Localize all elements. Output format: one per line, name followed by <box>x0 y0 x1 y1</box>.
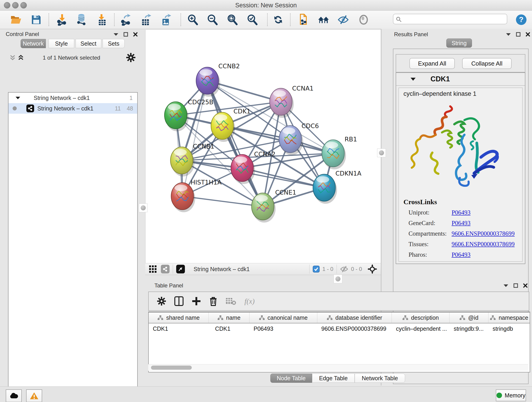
left-splitter-handle[interactable] <box>139 204 147 212</box>
zoom-out-icon[interactable] <box>207 14 218 26</box>
table-settings-gear-icon[interactable] <box>157 297 166 306</box>
panel-close-icon[interactable] <box>523 283 528 288</box>
node-label: CDKN1A <box>336 170 361 177</box>
refresh-icon[interactable] <box>272 14 284 26</box>
gene-collapse-icon[interactable] <box>410 77 416 81</box>
panel-close-icon[interactable] <box>526 32 530 37</box>
network-node[interactable]: CCNE1 <box>252 189 296 223</box>
add-column-icon[interactable] <box>192 297 201 306</box>
open-session-icon[interactable] <box>10 14 22 26</box>
main-toolbar: ? <box>0 11 532 29</box>
tab-network[interactable]: Network <box>21 39 46 48</box>
gene-description: cyclin–dependent kinase 1 <box>404 90 476 97</box>
zoom-selected-icon[interactable] <box>247 14 258 26</box>
save-session-icon[interactable] <box>31 14 42 26</box>
import-network-file-icon[interactable] <box>56 14 68 26</box>
zoom-in-icon[interactable] <box>187 14 198 26</box>
column-label: canonical name <box>268 314 308 321</box>
clone-network-icon[interactable] <box>298 14 309 26</box>
column-header[interactable]: database identifier <box>317 313 392 323</box>
network-node[interactable]: CDC6 <box>279 122 319 155</box>
network-node[interactable]: CDK1 <box>211 108 251 142</box>
import-network-database-icon[interactable] <box>76 14 87 26</box>
tab-edge-table[interactable]: Edge Table <box>312 374 355 383</box>
cloud-button[interactable] <box>6 389 22 402</box>
export-image-icon[interactable] <box>160 14 172 26</box>
export-table-icon[interactable] <box>140 14 152 26</box>
share-network-icon[interactable] <box>161 265 170 274</box>
help-icon[interactable]: ? <box>515 14 527 26</box>
hide-eye-slash-icon[interactable] <box>337 14 349 26</box>
table-row[interactable]: CDK1 CDK1 P06493 9606.ENSP00000378699 cy… <box>149 323 530 334</box>
crosslink-value-link[interactable]: 9606.ENSP00000378699 <box>452 241 515 248</box>
crosslink-row: Tissues: <box>409 241 429 248</box>
column-header[interactable]: @id <box>450 313 488 323</box>
crosslink-value-link[interactable]: 9606.ENSP00000378699 <box>452 230 515 237</box>
horizontal-splitter-handle[interactable] <box>334 274 342 283</box>
home-icon[interactable] <box>318 14 329 26</box>
crosslink-value-link[interactable]: P06493 <box>452 220 471 227</box>
scrollbar-thumb[interactable] <box>151 366 192 370</box>
network-row-selected[interactable]: String Network – cdk1 11 48 <box>8 103 137 114</box>
column-header[interactable]: canonical name <box>249 313 317 323</box>
network-node[interactable]: CDKN1A <box>313 170 361 204</box>
network-node[interactable]: CCNB2 <box>196 63 240 97</box>
application-window: Session: New Session <box>0 0 532 402</box>
crosslink-label: GeneCard: <box>409 220 435 226</box>
selected-checkbox-icon[interactable] <box>313 266 320 273</box>
network-node[interactable]: CCNA2 <box>231 151 276 184</box>
grid-view-icon[interactable] <box>149 265 157 273</box>
tab-style[interactable]: Style <box>49 39 74 48</box>
crosslink-value-link[interactable]: P06493 <box>452 209 471 216</box>
tab-string[interactable]: String <box>446 38 472 48</box>
tab-sets[interactable]: Sets <box>103 39 125 48</box>
tab-select[interactable]: Select <box>76 39 101 48</box>
tab-node-table[interactable]: Node Table <box>270 374 312 383</box>
right-splitter-handle[interactable] <box>377 148 386 157</box>
panel-close-icon[interactable] <box>133 32 138 37</box>
gear-icon[interactable] <box>126 53 136 62</box>
panel-menu-icon[interactable] <box>114 33 119 36</box>
delete-table-icon[interactable] <box>226 297 236 305</box>
gene-symbol: CDK1 <box>431 75 450 83</box>
show-columns-icon[interactable] <box>174 296 184 306</box>
protein-structure-image <box>405 102 501 194</box>
delete-column-trash-icon[interactable] <box>209 296 217 306</box>
network-node[interactable]: HIST1H1A <box>171 179 222 212</box>
column-header[interactable]: name <box>209 313 249 323</box>
collection-expand-icon[interactable] <box>15 96 20 99</box>
panel-float-icon[interactable] <box>513 283 518 288</box>
memory-button[interactable]: Memory <box>496 389 526 401</box>
search-input[interactable] <box>393 14 507 24</box>
table-horizontal-scrollbar[interactable] <box>148 364 528 371</box>
panel-menu-icon[interactable] <box>506 33 511 36</box>
function-builder-icon[interactable]: f(x) <box>244 297 254 306</box>
export-network-icon[interactable] <box>120 14 132 26</box>
network-canvas[interactable]: CCNB2CCNA1CDC25BCDK1CDC6RB1CCNB1CCNA2CDK… <box>145 30 381 263</box>
column-header[interactable]: description <box>392 313 450 323</box>
collapse-all-button[interactable]: Collapse All <box>462 58 512 69</box>
node-label: CCNB1 <box>193 143 215 150</box>
warnings-button[interactable] <box>26 389 42 402</box>
column-header[interactable]: shared name <box>149 313 209 323</box>
gene-card-header[interactable]: CDK1 <box>396 73 525 86</box>
import-table-icon[interactable] <box>96 14 108 26</box>
hidden-eye-slash-icon[interactable] <box>340 266 348 273</box>
zoom-fit-icon[interactable] <box>227 14 238 26</box>
panel-menu-icon[interactable] <box>503 284 508 287</box>
crosslink-value-link[interactable]: P06493 <box>452 251 471 258</box>
expand-all-button[interactable]: Expand All <box>409 58 455 69</box>
network-graph[interactable]: CCNB2CCNA1CDC25BCDK1CDC6RB1CCNB1CCNA2CDK… <box>146 30 381 263</box>
network-node[interactable]: RB1 <box>322 136 357 169</box>
column-header[interactable]: namespace <box>488 313 530 323</box>
open-in-window-icon[interactable] <box>176 265 185 274</box>
window-title: Session: New Session <box>0 2 532 9</box>
status-bar: Memory <box>0 386 532 402</box>
show-eye-icon[interactable] <box>358 14 369 26</box>
panel-float-icon[interactable] <box>516 32 520 37</box>
fit-content-crosshair-icon[interactable] <box>367 264 377 274</box>
network-collection-row[interactable]: String Network – cdk1 1 <box>8 93 137 103</box>
network-tree: String Network – cdk1 1 String Network –… <box>8 92 138 402</box>
tab-network-table[interactable]: Network Table <box>355 374 405 383</box>
panel-float-icon[interactable] <box>123 32 128 37</box>
